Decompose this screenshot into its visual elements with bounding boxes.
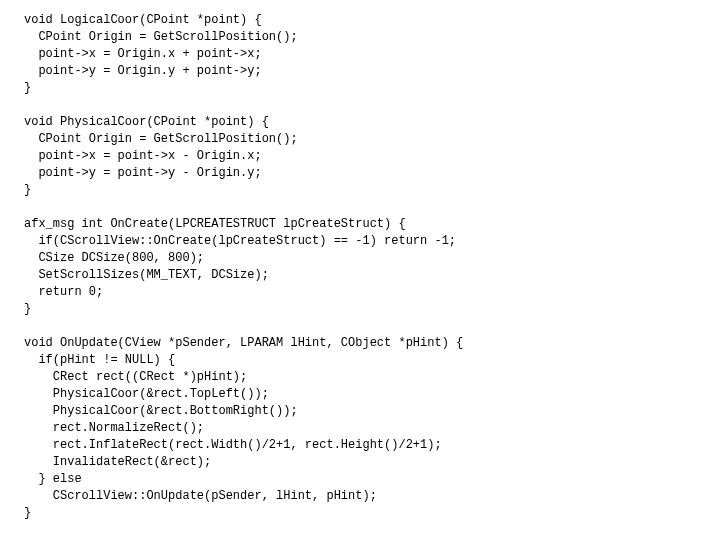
code-line: return 0; bbox=[24, 284, 696, 301]
code-line: void LogicalCoor(CPoint *point) { bbox=[24, 12, 696, 29]
code-line: PhysicalCoor(&rect.BottomRight()); bbox=[24, 403, 696, 420]
code-line: point->y = Origin.y + point->y; bbox=[24, 63, 696, 80]
code-line: } bbox=[24, 505, 696, 522]
code-line bbox=[24, 199, 696, 216]
code-line: InvalidateRect(&rect); bbox=[24, 454, 696, 471]
code-line: point->y = point->y - Origin.y; bbox=[24, 165, 696, 182]
code-line: CPoint Origin = GetScrollPosition(); bbox=[24, 29, 696, 46]
code-line: CSize DCSize(800, 800); bbox=[24, 250, 696, 267]
code-line: SetScrollSizes(MM_TEXT, DCSize); bbox=[24, 267, 696, 284]
code-line: point->x = Origin.x + point->x; bbox=[24, 46, 696, 63]
code-line: rect.NormalizeRect(); bbox=[24, 420, 696, 437]
code-line: } bbox=[24, 80, 696, 97]
code-line bbox=[24, 97, 696, 114]
code-line: afx_msg int OnCreate(LPCREATESTRUCT lpCr… bbox=[24, 216, 696, 233]
code-line: void OnUpdate(CView *pSender, LPARAM lHi… bbox=[24, 335, 696, 352]
code-line: } else bbox=[24, 471, 696, 488]
code-line bbox=[24, 318, 696, 335]
code-line: point->x = point->x - Origin.x; bbox=[24, 148, 696, 165]
code-block: void LogicalCoor(CPoint *point) { CPoint… bbox=[0, 0, 720, 540]
code-line: rect.InflateRect(rect.Width()/2+1, rect.… bbox=[24, 437, 696, 454]
code-line: } bbox=[24, 301, 696, 318]
code-line: CPoint Origin = GetScrollPosition(); bbox=[24, 131, 696, 148]
code-line: if(pHint != NULL) { bbox=[24, 352, 696, 369]
code-line bbox=[24, 522, 696, 539]
code-line: CRect rect((CRect *)pHint); bbox=[24, 369, 696, 386]
code-line: PhysicalCoor(&rect.TopLeft()); bbox=[24, 386, 696, 403]
code-line: } bbox=[24, 182, 696, 199]
code-line: if(CScrollView::OnCreate(lpCreateStruct)… bbox=[24, 233, 696, 250]
code-line: CScrollView::OnUpdate(pSender, lHint, pH… bbox=[24, 488, 696, 505]
code-line: void PhysicalCoor(CPoint *point) { bbox=[24, 114, 696, 131]
